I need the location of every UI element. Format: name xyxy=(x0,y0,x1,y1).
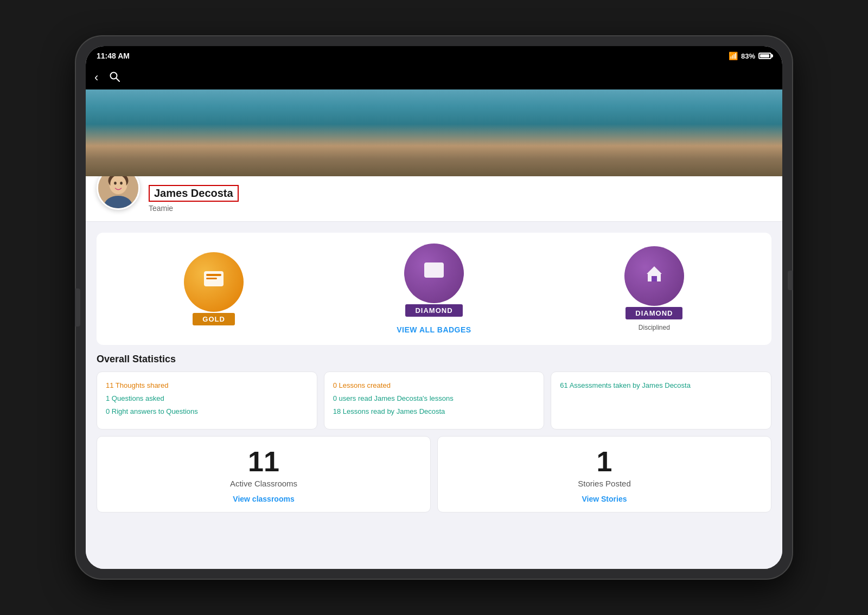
classrooms-label: Active Classrooms xyxy=(230,479,297,488)
bottom-grid: 11 Active Classrooms View classrooms 1 S… xyxy=(97,436,771,512)
profile-section: James Decosta Teamie xyxy=(86,176,782,222)
diamond1-label: DIAMOND xyxy=(405,304,462,317)
badge-ribbon-diamond1: DIAMOND xyxy=(405,308,462,317)
svg-line-1 xyxy=(116,78,119,81)
stat-card-2: 0 Lessons created 0 users read James Dec… xyxy=(324,371,545,430)
stats-section: Overall Statistics 11 Thoughts shared 1 … xyxy=(97,354,771,430)
hero-image xyxy=(86,89,782,176)
profile-name-box: James Decosta xyxy=(149,185,239,202)
classrooms-count: 11 xyxy=(248,447,279,476)
badge-diamond-2: DIAMOND Disciplined xyxy=(624,246,684,331)
stat-lessons-created: 0 Lessons created xyxy=(333,381,535,390)
svg-rect-13 xyxy=(424,262,444,278)
time-display: 11:48 AM xyxy=(97,52,130,60)
stat-lessons-read: 18 Lessons read by James Decosta xyxy=(333,407,535,417)
svg-point-6 xyxy=(110,175,126,193)
stories-count: 1 xyxy=(597,447,612,476)
side-button[interactable] xyxy=(788,271,793,290)
classrooms-card: 11 Active Classrooms View classrooms xyxy=(97,436,431,512)
view-all-badges-link[interactable]: VIEW ALL BADGES xyxy=(397,321,471,334)
badge-gold: GOLD xyxy=(184,252,244,325)
stat-assessments: 61 Assessments taken by James Decosta xyxy=(560,381,762,390)
svg-point-8 xyxy=(120,182,123,185)
tablet-frame: 11:48 AM 📶 83% ‹ xyxy=(76,36,792,579)
stat-users-read: 0 users read James Decosta's lessons xyxy=(333,394,535,403)
badge-diamond-1: DIAMOND VIEW ALL BADGES xyxy=(397,244,471,334)
gold-label: GOLD xyxy=(193,313,235,325)
view-stories-link[interactable]: View Stories xyxy=(582,495,627,503)
chat-badge-icon xyxy=(200,266,228,299)
search-button[interactable] xyxy=(109,71,120,85)
diamond2-label: DIAMOND xyxy=(626,307,682,319)
profile-info: James Decosta Teamie xyxy=(149,183,239,213)
view-classrooms-link[interactable]: View classrooms xyxy=(233,495,294,503)
nav-bar: ‹ xyxy=(86,66,782,89)
back-button[interactable]: ‹ xyxy=(94,71,98,85)
badge-circle-purple-1 xyxy=(404,244,464,303)
svg-rect-11 xyxy=(206,278,217,279)
badge-ribbon-gold: GOLD xyxy=(193,316,235,325)
battery-icon xyxy=(758,53,771,59)
battery-percent: 83% xyxy=(741,52,755,60)
badges-section: GOLD DIAMOND xyxy=(97,233,771,345)
stats-grid: 11 Thoughts shared 1 Questions asked 0 R… xyxy=(97,371,771,430)
stat-questions: 1 Questions asked xyxy=(106,394,308,403)
badge-ribbon-diamond2: DIAMOND xyxy=(626,310,682,319)
stat-thoughts: 11 Thoughts shared xyxy=(106,381,308,390)
battery-fill xyxy=(760,54,769,57)
home-diamond-icon xyxy=(640,260,668,293)
svg-rect-10 xyxy=(206,274,221,276)
stat-card-3: 61 Assessments taken by James Decosta xyxy=(551,371,771,430)
stats-title: Overall Statistics xyxy=(97,354,771,365)
svg-point-7 xyxy=(114,182,117,185)
wifi-icon: 📶 xyxy=(729,52,738,60)
svg-rect-16 xyxy=(652,276,657,281)
status-right: 📶 83% xyxy=(729,52,771,60)
tablet-screen: 11:48 AM 📶 83% ‹ xyxy=(86,46,782,569)
stories-label: Stories Posted xyxy=(578,479,631,488)
profile-name: James Decosta xyxy=(154,187,233,199)
stat-answers: 0 Right answers to Questions xyxy=(106,407,308,417)
stories-card: 1 Stories Posted View Stories xyxy=(437,436,771,512)
main-content: GOLD DIAMOND xyxy=(86,222,782,569)
badge-subtitle: Disciplined xyxy=(639,324,670,331)
stat-card-1: 11 Thoughts shared 1 Questions asked 0 R… xyxy=(97,371,317,430)
profile-role: Teamie xyxy=(149,204,239,213)
badge-circle-gold xyxy=(184,252,244,312)
status-bar: 11:48 AM 📶 83% xyxy=(86,46,782,66)
home-button[interactable] xyxy=(75,289,80,326)
battery-body xyxy=(758,53,771,59)
chat-diamond-icon xyxy=(420,257,448,290)
badge-circle-purple-2 xyxy=(624,246,684,306)
